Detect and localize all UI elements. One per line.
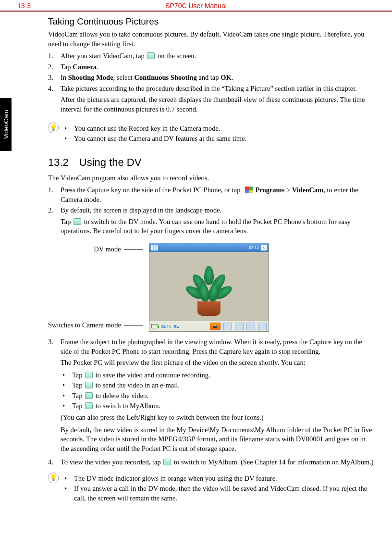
step-1: 1. Press the Capture key on the side of … — [48, 186, 375, 204]
tip-box-1: 💡 •You cannot use the Record key in the … — [48, 122, 375, 146]
dv-icon — [74, 218, 81, 225]
counter-text: 02:45 — [161, 324, 171, 329]
step-2: 2. Tap Camera. — [48, 62, 375, 72]
dv-mode-indicator-icon — [151, 245, 158, 250]
page-number: 13-3 — [17, 2, 31, 10]
device-screenshot: 02:14 × — [149, 243, 269, 332]
viewfinder — [149, 252, 269, 321]
toolbar-icon — [258, 323, 267, 330]
callout-camera-switch: Switches to Camera mode — [48, 321, 143, 329]
plant-photo — [190, 263, 228, 321]
intro-text: The VideoCam program also allows you to … — [48, 174, 375, 183]
intro-text: VideoCam allows you to take continuous p… — [48, 30, 375, 49]
zoom-label: XL — [173, 324, 179, 329]
step-3: 3. Frame the subject to be photographed … — [48, 337, 375, 456]
bulb-icon: 💡 — [48, 123, 59, 133]
tip-text: You cannot use the Camera and DV feature… — [74, 134, 375, 144]
screenshot-toolbar: 02:45 XL 📷 — [149, 321, 269, 331]
tip-text: The DV mode indicator glows in orange wh… — [74, 474, 375, 484]
header-rule — [0, 11, 392, 12]
figure-dv-mode: DV mode Switches to Camera mode 02:14 × — [48, 243, 375, 332]
heading-using-dv: 13.2 Using the DV — [48, 156, 375, 169]
windows-icon — [245, 187, 253, 193]
page-header: 13-3 SP70C User Manual — [0, 0, 392, 11]
step-3: 3. In Shooting Mode, select Continuous S… — [48, 73, 375, 83]
screenshot-time: 02:14 — [249, 245, 259, 250]
toolbar-icon — [246, 323, 255, 330]
manual-title: SP70C User Manual — [0, 2, 392, 10]
album-icon — [163, 459, 171, 465]
delete-icon — [85, 392, 93, 399]
section-tab-videocam: VideoCam — [0, 98, 12, 151]
step-2: 2. By default, the screen is displayed i… — [48, 206, 375, 239]
steps-list-2-cont: 3. Frame the subject to be photographed … — [48, 337, 375, 467]
settings-icon — [147, 52, 155, 59]
album-icon — [85, 402, 93, 409]
steps-list-1: 1. After you start VideoCam, tap on the … — [48, 51, 375, 117]
callout-dv-mode: DV mode — [48, 245, 143, 253]
email-icon — [85, 382, 93, 388]
tip-box-2: 💡 •The DV mode indicator glows in orange… — [48, 472, 375, 505]
toolbar-icon — [223, 323, 232, 330]
step-1: 1. After you start VideoCam, tap on the … — [48, 51, 375, 61]
step-4: 4. To view the video you recorded, tap t… — [48, 458, 375, 467]
bulb-icon: 💡 — [48, 473, 59, 483]
camera-mode-icon: 📷 — [210, 323, 220, 330]
heading-taking-continuous: Taking Continuous Pictures — [48, 16, 375, 27]
save-icon — [85, 372, 93, 378]
toolbar-icon — [235, 323, 244, 330]
screenshot-titlebar: 02:14 × — [149, 243, 269, 252]
step-4: 4. Take pictures according to the proced… — [48, 84, 375, 117]
tip-text: If you answer a call in the DV mode, the… — [74, 484, 375, 503]
close-icon: × — [261, 245, 267, 250]
steps-list-2: 1. Press the Capture key on the side of … — [48, 186, 375, 239]
tip-text: You cannot use the Record key in the Cam… — [74, 124, 375, 134]
battery-icon — [151, 324, 158, 328]
